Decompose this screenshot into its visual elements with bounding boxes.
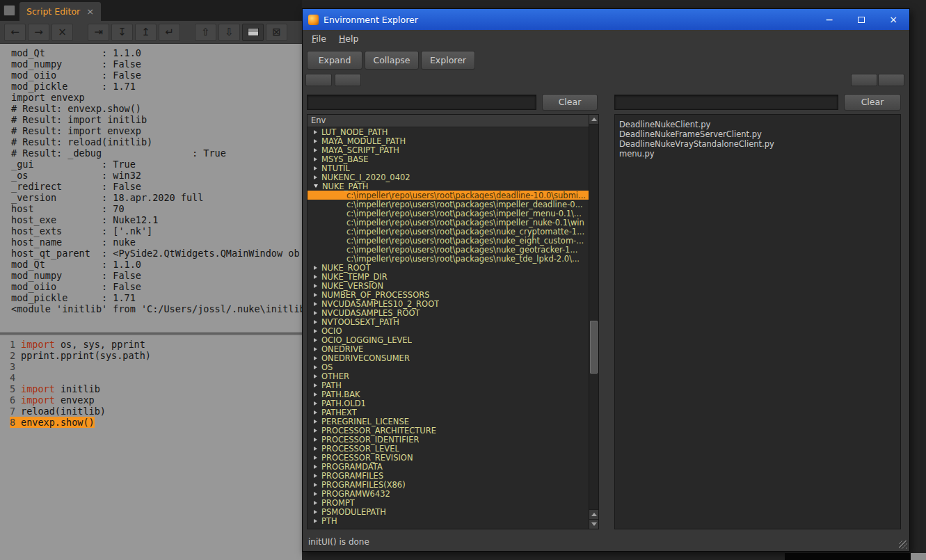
file-list-item[interactable]: DeadlineNukeVrayStandaloneClient.py [619, 139, 900, 149]
tree-item-env-var[interactable]: OCIO [308, 326, 589, 335]
file-list[interactable]: DeadlineNukeClient.pyDeadlineNukeFrameSe… [614, 114, 901, 529]
tree-item-env-var[interactable]: NUKENC_I_2020_0402 [308, 173, 589, 182]
tree-item-path[interactable]: c:\impeller\repo\users\root\packages\nuk… [308, 236, 589, 245]
tree-item-path[interactable]: c:\impeller\repo\users\root\packages\imp… [308, 218, 589, 227]
file-list-item[interactable]: menu.py [619, 149, 900, 159]
show-both-button[interactable] [242, 24, 264, 41]
tree-item-env-var[interactable]: NVTOOLSEXT_PATH [308, 317, 589, 326]
next-script-button[interactable]: → [28, 24, 49, 41]
tree-item-env-var[interactable]: MSYS_BASE [308, 154, 589, 163]
tab-script-editor[interactable]: Script Editor × [19, 2, 101, 21]
tree-item-env-var[interactable]: NUMBER_OF_PROCESSORS [308, 290, 589, 299]
tree-item-env-var[interactable]: PROGRAMFILES(X86) [308, 480, 589, 489]
chevron-down-icon[interactable] [314, 184, 318, 188]
clear-history-button[interactable]: × [51, 24, 73, 41]
source-script-button[interactable]: ⇥ [88, 24, 109, 41]
file-list-item[interactable]: DeadlineNukeClient.py [619, 120, 900, 129]
tree-item-env-var[interactable]: OCIO_LOGGING_LEVEL [308, 335, 589, 344]
tree-item-env-var[interactable]: NUKE_TEMP_DIR [308, 272, 589, 281]
tree-item-env-var[interactable]: NVCUDASAMPLES10_2_ROOT [308, 299, 589, 308]
tree-item-env-var[interactable]: OS [308, 362, 589, 371]
pane-menu-icon[interactable] [3, 5, 15, 16]
show-output-only-button[interactable]: ⇩ [218, 24, 240, 41]
output-pane[interactable]: mod_Qt : 1.1.0mod_numpy : Falsemod_oiio … [0, 44, 302, 333]
chevron-right-icon[interactable] [314, 275, 317, 279]
tree-item-env-var[interactable]: PATH [308, 381, 589, 390]
chevron-right-icon[interactable] [314, 510, 317, 514]
scroll-up-icon[interactable] [589, 115, 598, 125]
input-pane[interactable]: 1import os, sys, pprint2pprint.pprint(sy… [0, 335, 302, 560]
tree-item-env-var[interactable]: ONEDRIVE [308, 344, 589, 353]
tree-item-env-var[interactable]: NUKE_PATH [308, 182, 589, 191]
tree-item-env-var[interactable]: PROCESSOR_IDENTIFIER [308, 435, 589, 444]
tree-item-env-var[interactable]: MAYA_MODULE_PATH [308, 136, 589, 145]
chevron-right-icon[interactable] [314, 148, 317, 152]
tree-item-path[interactable]: c:\impeller\repo\users\root\packages\dea… [308, 191, 589, 200]
tree-item-env-var[interactable]: PSMODULEPATH [308, 507, 589, 516]
tree-item-env-var[interactable]: OTHER [308, 371, 589, 381]
taskbar-corner-button[interactable] [911, 553, 926, 560]
env-tree-header[interactable]: Env [308, 115, 589, 127]
chevron-right-icon[interactable] [314, 311, 317, 315]
tab-close-icon[interactable]: × [86, 7, 94, 16]
chevron-right-icon[interactable] [314, 392, 317, 397]
tree-item-env-var[interactable]: PROMPT [308, 498, 589, 507]
chevron-right-icon[interactable] [314, 474, 317, 478]
chevron-right-icon[interactable] [314, 356, 317, 360]
chevron-right-icon[interactable] [314, 166, 317, 170]
tree-item-env-var[interactable]: PATHEXT [308, 408, 589, 417]
chevron-right-icon[interactable] [314, 383, 317, 387]
minimize-button[interactable]: − [813, 9, 845, 30]
tree-item-path[interactable]: c:\impeller\repo\users\root\packages\imp… [308, 200, 589, 209]
chevron-right-icon[interactable] [314, 519, 317, 523]
chevron-right-icon[interactable] [314, 401, 317, 406]
chevron-right-icon[interactable] [314, 410, 317, 415]
tree-item-env-var[interactable]: PEREGRINEL_LICENSE [308, 417, 589, 426]
file-search-input[interactable] [614, 95, 838, 110]
save-script-button[interactable]: ↥ [135, 24, 157, 41]
chevron-right-icon[interactable] [314, 329, 317, 333]
chevron-right-icon[interactable] [314, 302, 317, 306]
tree-item-env-var[interactable]: PROCESSOR_ARCHITECTURE [308, 426, 589, 435]
tree-item-env-var[interactable]: PATH.OLD1 [308, 399, 589, 408]
tree-item-env-var[interactable]: NUKE_ROOT [308, 263, 589, 272]
tree-item-env-var[interactable]: LUT_NODE_PATH [308, 127, 589, 136]
maximize-button[interactable] [845, 9, 877, 30]
chevron-right-icon[interactable] [314, 293, 317, 297]
env-search-input[interactable] [307, 95, 536, 110]
chevron-right-icon[interactable] [314, 374, 317, 378]
tree-item-env-var[interactable]: PROCESSOR_REVISION [308, 453, 589, 462]
chevron-right-icon[interactable] [314, 139, 317, 143]
tree-item-path[interactable]: c:\impeller\repo\users\root\packages\imp… [308, 209, 589, 218]
run-script-button[interactable]: ↵ [159, 24, 180, 41]
expand-button[interactable]: Expand [307, 51, 362, 70]
tree-item-path[interactable]: c:\impeller\repo\users\root\packages\nuk… [308, 245, 589, 254]
chevron-right-icon[interactable] [314, 365, 317, 369]
tree-item-env-var[interactable]: PROGRAMFILES [308, 471, 589, 480]
previous-script-button[interactable]: ← [4, 24, 26, 41]
chevron-right-icon[interactable] [314, 157, 317, 161]
toolbar-small-button-3[interactable] [851, 74, 877, 86]
chevron-right-icon[interactable] [314, 438, 317, 442]
explorer-button[interactable]: Explorer [421, 51, 475, 70]
chevron-right-icon[interactable] [314, 130, 317, 134]
tree-item-env-var[interactable]: MAYA_SCRIPT_PATH [308, 145, 589, 154]
chevron-right-icon[interactable] [314, 447, 317, 451]
chevron-right-icon[interactable] [314, 483, 317, 487]
scrollbar-thumb[interactable] [590, 321, 598, 374]
chevron-right-icon[interactable] [314, 429, 317, 433]
resize-grip[interactable] [899, 541, 907, 549]
menu-file[interactable]: File [305, 32, 333, 45]
close-button[interactable]: × [877, 9, 909, 30]
titlebar[interactable]: Environment Explorer − × [303, 9, 909, 30]
load-script-button[interactable]: ↧ [111, 24, 133, 41]
tree-item-env-var[interactable]: PROCESSOR_LEVEL [308, 444, 589, 453]
tree-item-env-var[interactable]: NVCUDASAMPLES_ROOT [308, 308, 589, 317]
env-clear-button[interactable]: Clear [542, 94, 598, 111]
tree-item-env-var[interactable]: NTUTIL [308, 163, 589, 173]
tree-item-env-var[interactable]: PTH [308, 516, 589, 525]
clear-output-button[interactable]: ⊠ [266, 24, 287, 41]
tree-item-path[interactable]: c:\impeller\repo\users\root\packages\nuk… [308, 254, 589, 263]
tree-scrollbar[interactable] [589, 115, 598, 529]
file-clear-button[interactable]: Clear [844, 94, 901, 111]
